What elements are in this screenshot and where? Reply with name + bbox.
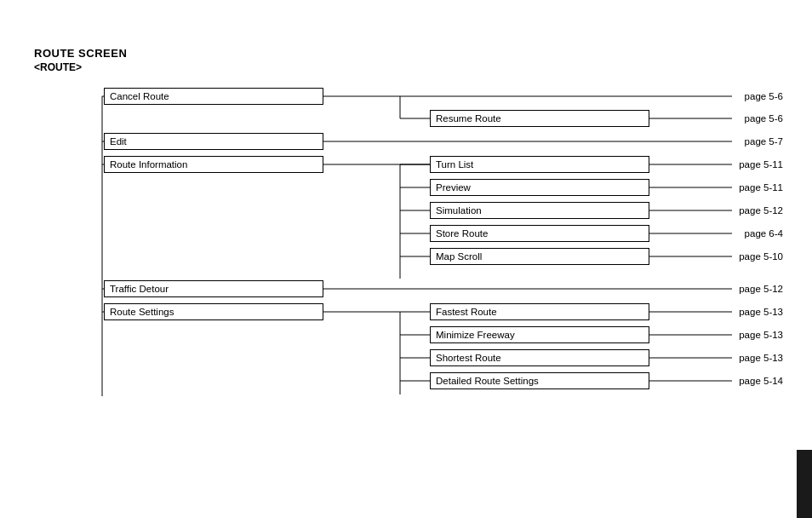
detailed-route-settings-page: page 5-14 — [739, 376, 783, 386]
fastest-route-page: page 5-13 — [739, 307, 783, 317]
resume-route-page: page 5-6 — [745, 113, 783, 124]
shortest-route-page: page 5-13 — [739, 353, 783, 363]
traffic-detour-page: page 5-12 — [739, 284, 783, 294]
traffic-detour-box: Traffic Detour — [104, 280, 323, 297]
map-scroll-page: page 5-10 — [739, 251, 783, 262]
turn-list-box: Turn List — [430, 156, 649, 173]
page-title: ROUTE SCREEN — [34, 47, 127, 60]
minimize-freeway-box: Minimize Freeway — [430, 326, 649, 343]
route-settings-box: Route Settings — [104, 303, 323, 320]
page-subtitle: <ROUTE> — [34, 61, 82, 73]
corner-block — [797, 450, 812, 518]
store-route-box: Store Route — [430, 225, 649, 242]
detailed-route-settings-box: Detailed Route Settings — [430, 372, 649, 389]
shortest-route-box: Shortest Route — [430, 349, 649, 366]
edit-page: page 5-7 — [745, 136, 783, 147]
preview-box: Preview — [430, 179, 649, 196]
fastest-route-box: Fastest Route — [430, 303, 649, 320]
store-route-page: page 6-4 — [745, 228, 783, 239]
route-information-box: Route Information — [104, 156, 323, 173]
minimize-freeway-page: page 5-13 — [739, 330, 783, 340]
cancel-route-box: Cancel Route — [104, 88, 323, 105]
cancel-route-page: page 5-6 — [745, 91, 783, 101]
preview-page: page 5-11 — [739, 182, 783, 193]
turn-list-page: page 5-11 — [739, 159, 783, 170]
simulation-box: Simulation — [430, 202, 649, 219]
simulation-page: page 5-12 — [739, 205, 783, 216]
map-scroll-box: Map Scroll — [430, 248, 649, 265]
edit-box: Edit — [104, 133, 323, 150]
resume-route-box: Resume Route — [430, 110, 649, 127]
